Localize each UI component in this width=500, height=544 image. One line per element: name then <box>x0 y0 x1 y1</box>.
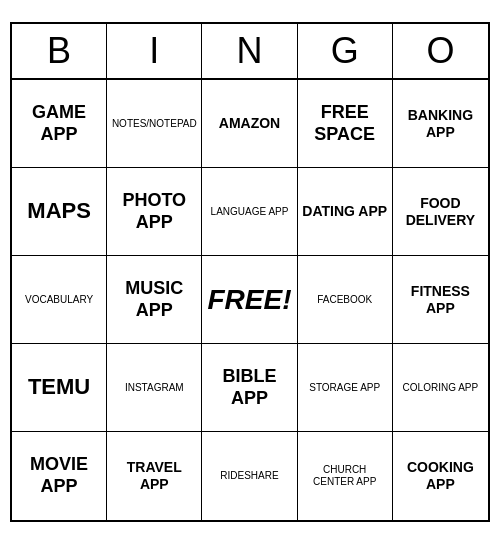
bingo-cell-12: Free! <box>202 256 297 344</box>
bingo-cell-9: FOOD DELIVERY <box>393 168 488 256</box>
bingo-cell-2: AMAZON <box>202 80 297 168</box>
cell-text-3: FREE SPACE <box>302 102 388 145</box>
bingo-cell-13: FACEBOOK <box>298 256 393 344</box>
cell-text-4: BANKING APP <box>397 107 484 141</box>
bingo-cell-6: PHOTO APP <box>107 168 202 256</box>
bingo-cell-0: GAME APP <box>12 80 107 168</box>
bingo-cell-1: NOTES/NOTEPAD <box>107 80 202 168</box>
bingo-cell-11: MUSIC APP <box>107 256 202 344</box>
cell-text-15: TEMU <box>28 374 90 400</box>
bingo-cell-10: VOCABULARY <box>12 256 107 344</box>
cell-text-16: INSTAGRAM <box>125 382 184 394</box>
cell-text-0: GAME APP <box>16 102 102 145</box>
bingo-cell-24: COOKING APP <box>393 432 488 520</box>
bingo-letter-n: N <box>202 24 297 78</box>
cell-text-22: RIDESHARE <box>220 470 278 482</box>
cell-text-8: DATING APP <box>302 203 387 220</box>
cell-text-24: COOKING APP <box>397 459 484 493</box>
bingo-cell-3: FREE SPACE <box>298 80 393 168</box>
bingo-cell-18: STORAGE APP <box>298 344 393 432</box>
cell-text-9: FOOD DELIVERY <box>397 195 484 229</box>
bingo-cell-22: RIDESHARE <box>202 432 297 520</box>
cell-text-14: FITNESS APP <box>397 283 484 317</box>
bingo-cell-14: FITNESS APP <box>393 256 488 344</box>
bingo-grid: GAME APPNOTES/NOTEPADAMAZONFREE SPACEBAN… <box>12 80 488 520</box>
cell-text-2: AMAZON <box>219 115 280 132</box>
bingo-letter-g: G <box>298 24 393 78</box>
bingo-cell-5: MAPS <box>12 168 107 256</box>
bingo-cell-23: CHURCH CENTER APP <box>298 432 393 520</box>
cell-text-18: STORAGE APP <box>309 382 380 394</box>
bingo-cell-7: LANGUAGE APP <box>202 168 297 256</box>
cell-text-19: COLORING APP <box>403 382 479 394</box>
bingo-cell-20: MOVIE APP <box>12 432 107 520</box>
bingo-card: BINGO GAME APPNOTES/NOTEPADAMAZONFREE SP… <box>10 22 490 522</box>
bingo-cell-19: COLORING APP <box>393 344 488 432</box>
bingo-cell-8: DATING APP <box>298 168 393 256</box>
cell-text-23: CHURCH CENTER APP <box>302 464 388 488</box>
bingo-cell-21: TRAVEL APP <box>107 432 202 520</box>
cell-text-20: MOVIE APP <box>16 454 102 497</box>
cell-text-11: MUSIC APP <box>111 278 197 321</box>
cell-text-10: VOCABULARY <box>25 294 93 306</box>
cell-text-13: FACEBOOK <box>317 294 372 306</box>
bingo-cell-15: TEMU <box>12 344 107 432</box>
bingo-header: BINGO <box>12 24 488 80</box>
bingo-letter-i: I <box>107 24 202 78</box>
bingo-cell-16: INSTAGRAM <box>107 344 202 432</box>
bingo-cell-17: BIBLE APP <box>202 344 297 432</box>
cell-text-21: TRAVEL APP <box>111 459 197 493</box>
cell-text-1: NOTES/NOTEPAD <box>112 118 197 130</box>
cell-text-12: Free! <box>207 283 291 317</box>
bingo-letter-b: B <box>12 24 107 78</box>
bingo-letter-o: O <box>393 24 488 78</box>
cell-text-17: BIBLE APP <box>206 366 292 409</box>
cell-text-5: MAPS <box>27 198 91 224</box>
cell-text-6: PHOTO APP <box>111 190 197 233</box>
cell-text-7: LANGUAGE APP <box>211 206 289 218</box>
bingo-cell-4: BANKING APP <box>393 80 488 168</box>
